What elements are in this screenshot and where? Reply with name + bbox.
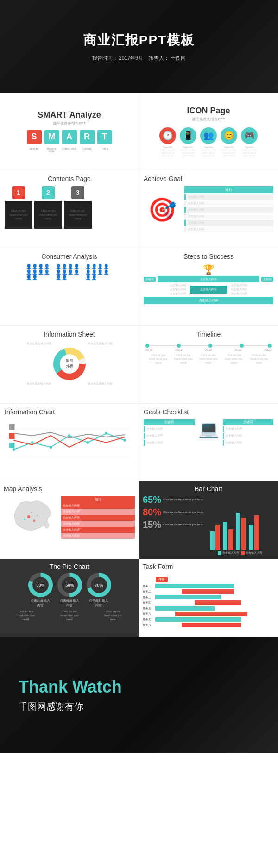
achieve-row-2: 点击输入内容 xyxy=(184,200,273,206)
dot-2017 xyxy=(177,344,181,348)
goals-right: 关键词 点击输入内容 点击输入内容 点击输入内容 xyxy=(223,419,274,447)
map-item-2: 点击输入内容 xyxy=(61,509,135,515)
map-title: Map Analysis xyxy=(4,485,135,493)
map-content: 链行 点击输入内容 点击输入内容 点击输入内容 点击输入内容 点击输入内容 点击… xyxy=(4,496,135,555)
letter-a: A xyxy=(62,130,77,144)
pie-70-label: 点击此处输入内容 xyxy=(89,599,108,608)
smart-subtitle: 扁平化商务报告PPT xyxy=(53,121,86,126)
steps-tag-right-1: 关键词 xyxy=(261,277,273,282)
achieve-row-4: 点击输入内容 xyxy=(184,213,273,219)
task-form-col: Task Form 任务 任务一 任务二 任务三 任务四 任务五 xyxy=(139,559,278,637)
task-3: 任务三 xyxy=(143,595,274,599)
thanks-slide: Thank Watch 千图网感谢有你 xyxy=(0,637,278,753)
steps-row-2: 点击输入内容点击输入内容点击输入内容 点击输入内容 点击输入内容点击输入内容点击… xyxy=(144,283,273,296)
icon-game: 🎮 xyxy=(241,127,258,144)
teal-people: 👤👤👤👤 👤👤👤👤 👤👤 xyxy=(56,264,83,280)
trophy-icon: 🏆 xyxy=(144,264,273,275)
legend-teal-label: 点击输入内容 xyxy=(222,551,239,555)
icon-phone: 📱 xyxy=(180,127,196,144)
pie-svg: 项目 分析 xyxy=(53,348,86,380)
goals-left-3: 点击输入内容 xyxy=(144,440,195,446)
bar-g4 xyxy=(249,515,259,550)
svg-point-24 xyxy=(36,514,38,516)
goals-right-2: 点击输入内容 xyxy=(223,433,274,439)
steps-bar-2: 点击输入内容 xyxy=(190,286,227,294)
reporter-value: 千图网 xyxy=(171,55,186,61)
task-bar-4 xyxy=(195,600,240,605)
report-time-value: 2017年9月 xyxy=(119,55,144,61)
steps-bottom: 点击输入内容 xyxy=(144,297,273,304)
steps-title: Steps to Success xyxy=(183,253,234,260)
map-list: 链行 点击输入内容 点击输入内容 点击输入内容 点击输入内容 点击输入内容 点击… xyxy=(61,496,135,555)
goals-left: 关键词 点击输入内容 点击输入内容 点击输入内容 xyxy=(144,419,195,447)
svg-text:50%: 50% xyxy=(65,583,74,587)
letter-m: M xyxy=(44,130,59,144)
task-form-title: Task Form xyxy=(143,563,274,570)
svg-point-10 xyxy=(13,448,15,451)
tl-item-4: Click on theInput what youneed xyxy=(221,353,246,365)
svg-text:分析: 分析 xyxy=(66,364,73,368)
goals-right-header: 关键词 xyxy=(223,419,274,425)
legend-teal-box xyxy=(218,551,221,555)
bar-t4 xyxy=(249,525,253,550)
contents-item-3: 3 Click on theInput what youneed xyxy=(64,186,92,231)
contents-title: Contents Page xyxy=(48,175,91,182)
svg-point-21 xyxy=(27,515,30,518)
dot-2018 xyxy=(208,344,212,348)
pie-chart-col: The Pie Chart 80% 点击此处输入内容 50% 点击此处输入内容 xyxy=(0,559,139,637)
goals-right-3: 点击输入内容 xyxy=(223,440,274,446)
map-item-4: 点击输入内容 xyxy=(61,521,135,527)
task-bar-5 xyxy=(155,606,215,611)
pie-50: 50% 点击此处输入内容 xyxy=(57,572,82,608)
year-2020: 2020 xyxy=(264,348,272,351)
task-4: 任务四 xyxy=(143,600,274,605)
svg-point-22 xyxy=(33,520,36,522)
tan-people: 👤👤👤👤 👤👤👤👤 👤👤 xyxy=(85,264,113,280)
task-1: 任务一 xyxy=(143,584,274,588)
bar-chart-content: 65% Click on the Input what you need 80%… xyxy=(143,494,274,555)
task-5: 任务五 xyxy=(143,606,274,611)
steps-content: 🏆 关键词 点击输入内容 关键词 点击输入内容点击输入内容点击输入内容 点击输入… xyxy=(144,264,273,304)
report-time-label: 报告时间： xyxy=(92,55,118,61)
icon-labels: SpecificClick on the Input what you need… xyxy=(159,146,258,157)
consumer-steps-slide: Consumer Analysis 👤👤👤👤 👤👤👤👤 👤👤 👤👤👤👤 👤👤👤👤… xyxy=(0,248,278,326)
contents-items: 1 Click on theInput what youneed 2 Click… xyxy=(5,186,134,231)
achieve-title: Achieve Goal xyxy=(144,175,273,182)
red-people: 👤👤👤👤 👤👤👤👤 👤👤 xyxy=(26,264,54,280)
timeline-years-row: 2016 2017 2018 2019 2020 xyxy=(145,348,272,351)
map-item-6: 点击输入内容 xyxy=(61,533,135,539)
achieve-row-3: 点击输入内容 xyxy=(184,207,273,213)
reporter-label: 报告人： xyxy=(149,55,169,61)
bar-g3 xyxy=(236,513,246,550)
icon-page-col: ICON Page 扁平化商务报告PPT 🕐 📱 👥 😊 🎮 SpecificC… xyxy=(139,93,278,170)
contents-num-2: 2 xyxy=(42,186,55,199)
svg-point-15 xyxy=(105,432,108,435)
icon-page-icons: 🕐 📱 👥 😊 🎮 xyxy=(159,127,258,144)
bar-groups xyxy=(205,508,274,550)
info-sheet-title: Information Sheet xyxy=(44,331,95,338)
timeline-title: Timeline xyxy=(196,331,221,338)
pct-display: 65% Click on the Input what you need 80%… xyxy=(143,494,203,555)
pct-65: 65% xyxy=(143,494,161,505)
subtitle: 报告时间： 2017年9月 报告人： 千图网 xyxy=(92,55,186,62)
goals-left-1: 点击输入内容 xyxy=(144,426,195,432)
dot-2016 xyxy=(145,344,149,348)
target-icon: 🎯 xyxy=(144,186,181,233)
goals-left-2: 点击输入内容 xyxy=(144,433,195,439)
pie-wrap: 项目 分析 xyxy=(53,348,86,380)
task-header: 任务 xyxy=(156,577,168,582)
pie-chart-title: The Pie Chart xyxy=(4,563,135,570)
achieve-inner: 🎯 链行 点击输入内容 点击输入内容 点击输入内容 点击输入内容 点击输入内容 … xyxy=(144,186,273,233)
goals-content: 关键词 点击输入内容 点击输入内容 点击输入内容 💻 关键词 点击输入内容 点击… xyxy=(144,419,273,447)
pie-task-slide: The Pie Chart 80% 点击此处输入内容 50% 点击此处输入内容 xyxy=(0,559,278,637)
info-chart-col: Information Chart xyxy=(0,404,139,481)
tl-item-1: Click on theInput what youneed xyxy=(145,353,171,365)
achieve-row-5: 点击输入内容 xyxy=(184,220,273,226)
steps-tag-left-1: 关键词 xyxy=(144,277,156,282)
svg-point-13 xyxy=(68,434,71,437)
icon-page-subtitle: 扁平化商务报告PPT xyxy=(192,117,225,122)
task-bar-7 xyxy=(155,617,241,622)
goals-right-1: 点击输入内容 xyxy=(223,426,274,432)
computer-icon: 💻 xyxy=(198,419,219,439)
people-groups: 👤👤👤👤 👤👤👤👤 👤👤 👤👤👤👤 👤👤👤👤 👤👤 👤👤👤👤 xyxy=(5,264,134,280)
